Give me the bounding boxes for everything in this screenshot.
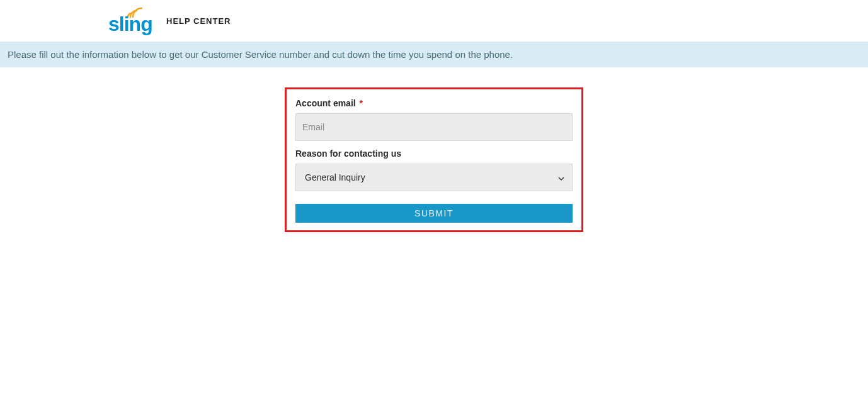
- help-center-label: HELP CENTER: [166, 16, 231, 26]
- reason-label: Reason for contacting us: [295, 148, 573, 159]
- page-header: sling HELP CENTER: [0, 0, 868, 42]
- logo-container[interactable]: sling HELP CENTER: [108, 7, 231, 35]
- logo-text: sling: [108, 13, 152, 36]
- reason-select[interactable]: General Inquiry: [295, 164, 573, 191]
- required-mark: *: [360, 98, 363, 108]
- email-field[interactable]: [295, 113, 573, 141]
- reason-select-wrapper: General Inquiry: [295, 164, 573, 191]
- email-label: Account email *: [295, 98, 573, 108]
- contact-form: Account email * Reason for contacting us…: [285, 87, 583, 232]
- sling-logo: sling: [108, 7, 160, 35]
- submit-button[interactable]: SUBMIT: [295, 204, 573, 223]
- info-banner: Please fill out the information below to…: [0, 42, 868, 67]
- banner-message: Please fill out the information below to…: [8, 49, 513, 60]
